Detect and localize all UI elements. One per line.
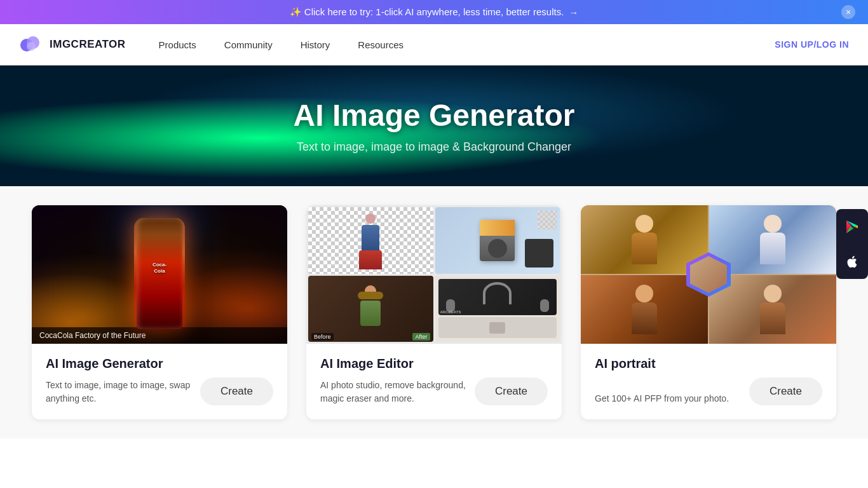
card-1-desc: Text to image, image to image, swap anyt… [46, 379, 200, 405]
card-2-footer: AI photo studio, remove background, magi… [320, 377, 548, 405]
nav-resources[interactable]: Resources [344, 24, 417, 65]
hexagon-badge [686, 252, 731, 297]
after-label: After [412, 333, 430, 341]
apple-store-button[interactable] [836, 244, 868, 279]
portrait-2-figure [760, 215, 785, 264]
portrait-4-figure [760, 285, 785, 334]
card-1-title: AI Image Generator [46, 356, 273, 371]
card-ai-portrait: AI portrait Get 100+ AI PFP from your ph… [581, 205, 836, 419]
card-2-title: AI Image Editor [320, 356, 548, 371]
before-after-labels: Before After [308, 332, 433, 342]
hero-overlay: AI Image Generator Text to image, image … [0, 65, 868, 186]
nav-history[interactable]: History [287, 24, 344, 65]
collage-br: ARCBEATS [435, 276, 560, 342]
hero-subtitle: Text to image, image to image & Backgrou… [297, 140, 571, 154]
card-1-body: AI Image Generator Text to image, image … [32, 344, 287, 419]
bottle-shape: Coca-Cola [137, 218, 182, 329]
collage-tl [308, 207, 433, 274]
hero-title: AI Image Generator [294, 98, 575, 133]
banner-close-button[interactable]: × [841, 5, 855, 19]
nav-community[interactable]: Community [210, 24, 287, 65]
apple-icon [845, 255, 859, 269]
card-3-image [581, 205, 836, 344]
logo-text: IMGCREATOR [50, 38, 126, 51]
card-3-create-button[interactable]: Create [749, 377, 822, 405]
card-2-image: Before After ARCBEATS [306, 205, 562, 344]
card-3-desc: Get 100+ AI PFP from your photo. [595, 392, 749, 405]
product-alt [438, 317, 557, 338]
card-1-image: Coca-Cola CocaCola Factory of the Future [32, 205, 287, 344]
arcbeats-label: ARCBEATS [440, 310, 461, 314]
google-play-button[interactable] [836, 209, 868, 244]
card-1-footer: Text to image, image to image, swap anyt… [46, 377, 273, 405]
portrait-3-figure [632, 285, 657, 334]
product-shape [480, 220, 515, 261]
side-apps-panel [836, 209, 868, 279]
product-alt-shape [489, 322, 505, 334]
banner-arrow: → [569, 7, 578, 18]
card-2-create-button[interactable]: Create [475, 377, 548, 405]
checker-bg [538, 210, 557, 229]
bottle-label: Coca-Cola [153, 261, 166, 274]
banner-text: ✨ Click here to try: 1-click AI anywhere… [290, 6, 564, 18]
card-ai-image-editor: Before After ARCBEATS AI Image Edito [306, 205, 562, 419]
navbar: IMGCREATOR Products Community History Re… [0, 24, 868, 65]
sign-in-button[interactable]: SIGN UP/LOG IN [775, 39, 849, 50]
before-label: Before [311, 333, 334, 341]
card-2-desc: AI photo studio, remove background, magi… [320, 379, 475, 405]
collage-tr [435, 207, 560, 274]
hero-section: AI Image Generator Text to image, image … [0, 65, 868, 186]
cards-section: Coca-Cola CocaCola Factory of the Future… [0, 186, 868, 438]
card-3-footer: Get 100+ AI PFP from your photo. Create [595, 377, 822, 405]
card-2-body: AI Image Editor AI photo studio, remove … [306, 344, 562, 419]
portrait-1-figure [632, 215, 657, 264]
nav-products[interactable]: Products [145, 24, 210, 65]
collage-bl: Before After [308, 276, 433, 342]
card-1-caption: CocaCola Factory of the Future [32, 327, 287, 344]
logo-area[interactable]: IMGCREATOR [19, 32, 126, 57]
headphone-right [540, 299, 549, 312]
nav-right: SIGN UP/LOG IN [775, 39, 849, 50]
top-banner[interactable]: ✨ Click here to try: 1-click AI anywhere… [0, 0, 868, 24]
nav-links: Products Community History Resources [145, 24, 775, 65]
hexagon-shape [686, 252, 731, 297]
card-3-title: AI portrait [595, 356, 822, 371]
card-ai-image-generator: Coca-Cola CocaCola Factory of the Future… [32, 205, 287, 419]
headphone-band [483, 282, 512, 304]
svg-point-2 [27, 42, 36, 51]
headphone-display: ARCBEATS [438, 279, 557, 315]
card-1-create-button[interactable]: Create [200, 377, 273, 405]
card-3-body: AI portrait Get 100+ AI PFP from your ph… [581, 344, 836, 419]
google-play-icon [844, 219, 860, 234]
hexagon-inner [690, 256, 727, 293]
figure-1 [355, 214, 386, 271]
logo-icon [19, 32, 43, 57]
